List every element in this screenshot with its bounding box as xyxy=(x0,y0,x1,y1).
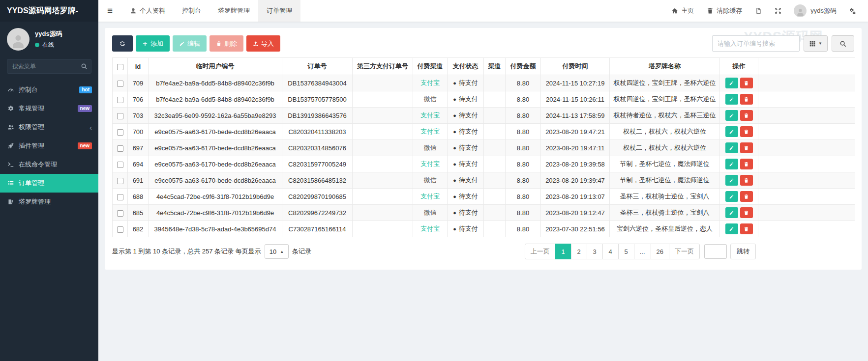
column-header[interactable]: 临时用户编号 xyxy=(149,58,282,75)
row-checkbox[interactable] xyxy=(117,194,123,200)
search-button[interactable] xyxy=(832,35,854,52)
row-checkbox[interactable] xyxy=(117,113,123,119)
settings-button[interactable] xyxy=(842,0,862,22)
status-dot-icon: ● xyxy=(453,210,456,216)
column-header[interactable]: Id xyxy=(128,58,149,75)
page-button-2[interactable]: 2 xyxy=(571,244,587,259)
delete-row-button[interactable] xyxy=(740,175,753,186)
delete-row-button[interactable] xyxy=(740,94,753,105)
sidebar-item-label: 常规管理 xyxy=(19,104,44,113)
tab-tarot[interactable]: 塔罗牌管理 xyxy=(210,0,258,22)
import-button[interactable]: 导入 xyxy=(246,35,280,52)
edit-row-button[interactable] xyxy=(725,175,738,186)
tab-order[interactable]: 订单管理 xyxy=(258,0,300,22)
edit-row-button[interactable] xyxy=(725,191,738,202)
select-all-checkbox[interactable] xyxy=(117,64,123,70)
tab-dashboard[interactable]: 控制台 xyxy=(174,0,210,22)
row-checkbox[interactable] xyxy=(117,162,123,168)
user-menu[interactable]: yyds源码 xyxy=(788,0,842,22)
status-dot-icon: ● xyxy=(453,80,456,86)
column-header[interactable]: 付费金额 xyxy=(506,58,541,75)
column-header[interactable]: 订单号 xyxy=(282,58,353,75)
page-jump-button[interactable]: 跳转 xyxy=(730,244,756,259)
menu-search-input[interactable] xyxy=(7,59,91,74)
fullscreen-button[interactable] xyxy=(768,0,788,22)
delete-row-button[interactable] xyxy=(740,223,753,234)
cell-amount: 8.80 xyxy=(506,156,541,172)
row-checkbox-cell xyxy=(113,91,128,108)
prev-page-button[interactable]: 上一页 xyxy=(525,244,556,259)
clear-cache-link[interactable]: 清除缓存 xyxy=(700,0,748,22)
cell-order-no: C820315866485132 xyxy=(282,172,353,189)
page-button-4[interactable]: 4 xyxy=(602,244,619,259)
edit-button[interactable]: 编辑 xyxy=(173,35,207,52)
column-header[interactable]: 付费渠道 xyxy=(413,58,448,75)
edit-row-button[interactable] xyxy=(725,142,738,153)
sidebar-item-order[interactable]: 订单管理 xyxy=(0,174,98,193)
tab-profile[interactable]: 个人资料 xyxy=(121,0,174,22)
columns-toggle-button[interactable]: ▼ xyxy=(804,35,828,52)
row-checkbox[interactable] xyxy=(117,210,123,217)
sidebar-item-dashboard[interactable]: 控制台hot xyxy=(0,81,98,99)
delete-row-button[interactable] xyxy=(740,159,753,169)
delete-row-button[interactable] xyxy=(740,126,753,137)
cell-third-party-no xyxy=(353,108,413,124)
refresh-button[interactable] xyxy=(112,35,133,52)
row-checkbox[interactable] xyxy=(117,81,123,87)
table-row: 697e9ce0575-aa63-6170-bede-dcd8b26eaacaC… xyxy=(113,140,855,156)
cell-operations xyxy=(720,189,758,205)
edit-row-button[interactable] xyxy=(725,126,738,137)
add-button[interactable]: 添加 xyxy=(136,35,170,52)
edit-row-button[interactable] xyxy=(725,94,738,105)
page-jump-input[interactable] xyxy=(704,244,727,259)
edit-row-button[interactable] xyxy=(725,207,738,218)
page-size-select[interactable]: 10 ▲ xyxy=(265,244,289,259)
delete-row-button[interactable] xyxy=(740,110,753,121)
column-header[interactable]: 第三方支付订单号 xyxy=(353,58,413,75)
sidebar-item-command[interactable]: 在线命令管理 xyxy=(0,155,98,174)
cell-order-no: DB15376384943004 xyxy=(282,75,353,91)
edit-row-button[interactable] xyxy=(725,223,738,234)
column-header[interactable]: 渠道 xyxy=(484,58,506,75)
row-checkbox[interactable] xyxy=(117,97,123,103)
terminal-icon xyxy=(7,161,14,168)
cell-third-party-no xyxy=(353,140,413,156)
row-checkbox[interactable] xyxy=(117,178,123,184)
edit-row-button[interactable] xyxy=(725,159,738,169)
delete-row-button[interactable] xyxy=(740,78,753,88)
delete-row-button[interactable] xyxy=(740,142,753,153)
sidebar-item-auth[interactable]: 权限管理‹ xyxy=(0,118,98,137)
tab-label: 订单管理 xyxy=(267,6,292,15)
row-checkbox[interactable] xyxy=(117,145,123,152)
page-ellipsis[interactable]: ... xyxy=(634,244,651,259)
edit-row-button[interactable] xyxy=(725,110,738,121)
sidebar-item-general[interactable]: 常规管理new xyxy=(0,99,98,118)
language-button[interactable] xyxy=(748,0,768,22)
delete-button[interactable]: 删除 xyxy=(210,35,243,52)
edit-row-button[interactable] xyxy=(725,78,738,88)
page-button-1[interactable]: 1 xyxy=(555,244,571,259)
order-search-input[interactable] xyxy=(712,35,800,52)
cell-pay-time: 2024-11-15 10:27:19 xyxy=(541,75,610,91)
home-link[interactable]: 主页 xyxy=(665,0,700,22)
table-row: 709b7fe4ae2-ba9a-6dd5-84b8-d89402c36f9bD… xyxy=(113,75,855,91)
page-button-26[interactable]: 26 xyxy=(651,244,669,259)
row-checkbox-cell xyxy=(113,108,128,124)
hamburger-icon[interactable]: ≡ xyxy=(98,0,121,22)
brand-logo[interactable]: YYDS源码网塔罗牌- xyxy=(0,0,98,22)
column-header[interactable]: 操作 xyxy=(720,58,758,75)
row-checkbox[interactable] xyxy=(117,226,123,233)
next-page-button[interactable]: 下一页 xyxy=(669,244,700,259)
sidebar-item-addon[interactable]: 插件管理new xyxy=(0,137,98,155)
column-header[interactable]: 塔罗牌名称 xyxy=(610,58,720,75)
page-button-3[interactable]: 3 xyxy=(587,244,603,259)
row-checkbox[interactable] xyxy=(117,129,123,136)
delete-row-button[interactable] xyxy=(740,191,753,202)
table-row: 70332c3ea95-6e09-9592-162a-6a55ba9e8293D… xyxy=(113,108,855,124)
main-area: ≡ 个人资料控制台塔罗牌管理订单管理 主页 清除缓存 xyxy=(98,0,868,361)
page-button-5[interactable]: 5 xyxy=(618,244,634,259)
delete-row-button[interactable] xyxy=(740,207,753,218)
column-header[interactable]: 支付状态 xyxy=(448,58,484,75)
column-header[interactable]: 付费时间 xyxy=(541,58,610,75)
sidebar-item-tarot[interactable]: 塔罗牌管理 xyxy=(0,193,98,211)
